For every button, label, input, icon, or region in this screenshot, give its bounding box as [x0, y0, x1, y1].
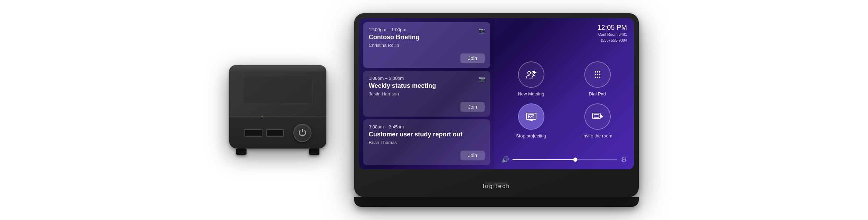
meeting-card-2[interactable]: 📷 1:00pm – 3:00pm Weekly status meeting …: [363, 71, 490, 117]
new-meeting-label: New Meeting: [518, 91, 544, 96]
room-name: Conf Room 3481: [597, 32, 627, 37]
meeting-card-3[interactable]: 3:00pm – 3:45pm Customer user study repo…: [363, 119, 490, 165]
stop-projecting-button[interactable]: Stop projecting: [501, 103, 561, 138]
stop-projecting-icon-circle: [518, 103, 544, 130]
svg-rect-11: [526, 113, 536, 119]
new-meeting-button[interactable]: New Meeting: [501, 61, 561, 96]
svg-point-3: [596, 71, 598, 73]
svg-point-5: [594, 74, 596, 75]
invite-room-icon-circle: [584, 103, 611, 130]
meetings-panel: 📷 12:00pm – 1:00pm Contoso Briefing Chri…: [359, 18, 494, 169]
nuc-feet: [236, 149, 319, 155]
clock-time: 12:05 PM: [597, 24, 627, 32]
join-button-2[interactable]: Join: [460, 102, 485, 112]
svg-point-4: [599, 71, 600, 73]
nuc-power-button[interactable]: [293, 124, 311, 142]
volume-slider-track[interactable]: [512, 159, 617, 160]
tablet-outer-bezel: 📷 12:00pm – 1:00pm Contoso Briefing Chri…: [354, 13, 639, 197]
usb-port-1[interactable]: [244, 129, 262, 137]
dial-pad-button[interactable]: Dial Pad: [568, 61, 627, 96]
nuc-front-panel: [229, 117, 326, 149]
tablet-screen: 📷 12:00pm – 1:00pm Contoso Briefing Chri…: [359, 18, 634, 169]
right-control-panel: 12:05 PM Conf Room 3481 (555) 555-9384: [494, 18, 634, 169]
logitech-tablet: 📷 12:00pm – 1:00pm Contoso Briefing Chri…: [354, 13, 639, 207]
svg-point-9: [596, 77, 598, 78]
nuc-body: SS⚡: [229, 65, 326, 149]
meeting-time-1: 12:00pm – 1:00pm: [369, 27, 485, 32]
nuc-usb-group: [244, 129, 284, 137]
nuc-device: SS⚡: [229, 65, 326, 155]
svg-point-8: [594, 77, 596, 78]
nuc-logo-area: [243, 76, 312, 103]
action-grid: New Meeting: [501, 49, 627, 151]
join-button-1[interactable]: Join: [460, 53, 485, 63]
svg-rect-14: [594, 115, 599, 117]
svg-point-10: [599, 77, 600, 78]
dial-pad-icon-circle: [584, 61, 611, 88]
svg-point-7: [599, 74, 600, 75]
svg-point-6: [596, 74, 598, 75]
top-bar: 12:05 PM Conf Room 3481 (555) 555-9384: [501, 24, 627, 43]
meeting-title-3: Customer user study report out: [369, 131, 485, 138]
nuc-divider: [229, 116, 326, 117]
invite-room-label: Invite the room: [583, 133, 612, 138]
room-phone: (555) 555-9384: [597, 37, 627, 43]
volume-bar: 🔊 ⚙: [501, 151, 627, 164]
dial-pad-label: Dial Pad: [589, 91, 606, 96]
volume-slider-fill: [512, 159, 575, 160]
join-button-3[interactable]: Join: [460, 151, 485, 160]
scene: SS⚡: [229, 13, 639, 207]
tablet-bottom-bezel: logitech: [354, 170, 639, 197]
volume-icon: 🔊: [501, 156, 509, 163]
meeting-time-2: 1:00pm – 3:00pm: [369, 76, 485, 81]
meeting-time-3: 3:00pm – 3:45pm: [369, 124, 485, 129]
nuc-foot-left: [236, 149, 247, 155]
meeting-card-1[interactable]: 📷 12:00pm – 1:00pm Contoso Briefing Chri…: [363, 22, 490, 68]
settings-icon[interactable]: ⚙: [621, 155, 627, 164]
svg-point-0: [528, 71, 531, 74]
meeting-organizer-1: Christina Rollin: [369, 43, 485, 48]
svg-point-2: [594, 71, 596, 73]
nuc-top-edge: [229, 65, 326, 71]
meeting-organizer-3: Brian Thomas: [369, 140, 485, 145]
meeting-title-2: Weekly status meeting: [369, 82, 485, 90]
nuc-foot-right: [309, 149, 319, 155]
tablet-brand-logo: logitech: [483, 183, 510, 189]
new-meeting-icon-circle: [518, 61, 544, 88]
tablet-stand: [354, 197, 639, 207]
stop-projecting-label: Stop projecting: [516, 133, 546, 138]
invite-room-button[interactable]: Invite the room: [568, 103, 627, 138]
meeting-organizer-2: Justin Harrison: [369, 91, 485, 96]
usb-port-2[interactable]: [266, 129, 284, 137]
camera-icon-1: 📷: [478, 27, 485, 34]
meeting-title-1: Contoso Briefing: [369, 34, 485, 41]
volume-slider-thumb: [573, 158, 577, 162]
clock-info: 12:05 PM Conf Room 3481 (555) 555-9384: [597, 24, 627, 43]
camera-icon-2: 📷: [478, 76, 485, 82]
